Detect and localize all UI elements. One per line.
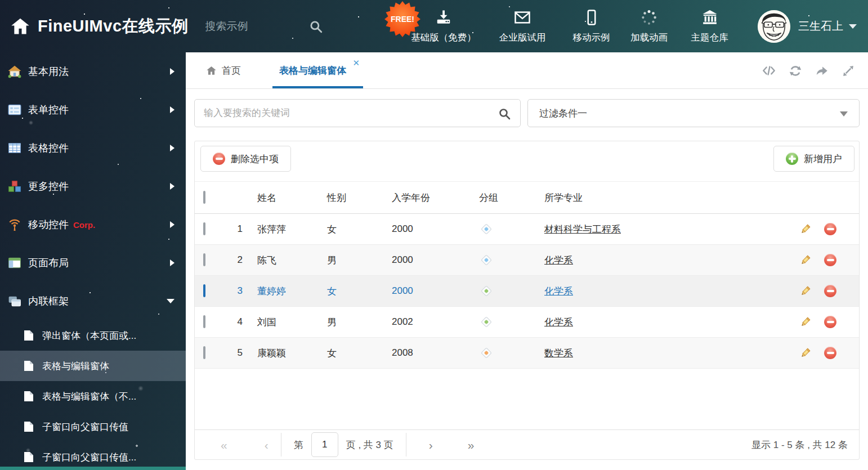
delete-row-icon[interactable] <box>824 316 836 328</box>
major-link[interactable]: 材料科学与工程系 <box>544 224 621 235</box>
table-row: 2 陈飞 男 2000 化学系 <box>195 245 859 276</box>
first-page-icon[interactable]: « <box>221 439 227 451</box>
table-row: 4 刘国 男 2002 化学系 <box>195 307 859 338</box>
signal-icon <box>8 218 21 231</box>
sidebar-subitem-grid-edit-window-2[interactable]: 表格与编辑窗体（不... <box>0 381 186 411</box>
tag-icon <box>481 347 492 359</box>
sidebar-item-mobile-controls[interactable]: 移动控件 Corp. <box>0 205 186 244</box>
frames-icon <box>8 294 21 308</box>
chevron-down-icon <box>167 299 175 303</box>
tag-icon <box>481 316 492 328</box>
table-row: 5 康颖颖 女 2008 数学系 <box>195 338 859 369</box>
sidebar-item-basic-usage[interactable]: 基本用法 <box>0 52 186 91</box>
sidebar-item-iframe[interactable]: 内联框架 <box>0 282 186 320</box>
chevron-right-icon <box>170 68 175 75</box>
column-header-year: 入学年份 <box>392 191 479 204</box>
delete-row-icon[interactable] <box>824 347 836 359</box>
tab-grid-edit-window[interactable]: 表格与编辑窗体 ✕ <box>272 52 363 88</box>
chevron-down-icon <box>840 111 848 117</box>
brand[interactable]: FineUIMvc在线示例 <box>10 15 189 38</box>
chevron-right-icon <box>170 106 175 113</box>
grid-panel: 删除选中项 新增用户 姓名 性别 入学年份 分组 所学专业 1 张萍萍 女 20… <box>194 141 860 460</box>
select-all-checkbox[interactable] <box>203 191 205 204</box>
tab-home[interactable]: 首页 <box>206 52 241 88</box>
user-menu[interactable]: 三生石上 <box>758 0 857 52</box>
edit-pencil-icon[interactable] <box>799 285 811 297</box>
next-page-icon[interactable]: › <box>429 439 433 451</box>
add-user-button[interactable]: 新增用户 <box>773 146 854 172</box>
nav-loading-animation[interactable]: 加载动画 <box>621 0 677 52</box>
page-number-input[interactable] <box>311 432 338 457</box>
nav-theme-repo[interactable]: 主题仓库 <box>677 0 742 52</box>
sidebar-subitem-popup-window[interactable]: 弹出窗体（本页面或... <box>0 320 186 351</box>
chevron-right-icon <box>170 221 175 228</box>
delete-row-icon[interactable] <box>824 285 836 297</box>
row-checkbox[interactable] <box>203 315 205 328</box>
layout-icon <box>8 256 21 270</box>
sidebar-subitem-child-to-parent[interactable]: 子窗口向父窗口传值 <box>0 411 186 442</box>
chevron-right-icon <box>170 259 175 266</box>
table-row-selected: 3 董婷婷 女 2000 化学系 <box>195 276 859 307</box>
filter-dropdown[interactable]: 过滤条件一 <box>527 99 860 127</box>
maximize-icon[interactable] <box>841 64 856 78</box>
column-header-major: 所学专业 <box>544 191 775 204</box>
row-checkbox[interactable] <box>203 222 205 235</box>
column-header-name: 姓名 <box>243 191 327 204</box>
page-icon <box>24 391 34 402</box>
spinner-icon <box>641 8 657 29</box>
edit-pencil-icon[interactable] <box>799 347 811 359</box>
chevron-right-icon <box>170 145 175 151</box>
keyword-search-input[interactable] <box>195 100 520 127</box>
delete-row-icon[interactable] <box>824 223 836 235</box>
minus-circle-icon <box>213 153 225 165</box>
page-icon <box>24 451 34 463</box>
major-link[interactable]: 数学系 <box>544 348 573 359</box>
sidebar-item-page-layout[interactable]: 页面布局 <box>0 244 186 282</box>
nav-mobile-demo[interactable]: 移动示例 <box>562 0 621 52</box>
row-checkbox[interactable] <box>203 346 205 359</box>
tab-bar: 首页 表格与编辑窗体 ✕ <box>186 52 868 89</box>
search-icon[interactable] <box>498 107 511 120</box>
app-header: FineUIMvc在线示例 FREE! 基础版（免费） 企业版试用 <box>0 0 868 52</box>
home-icon <box>206 65 217 76</box>
prev-page-icon[interactable]: ‹ <box>265 439 269 451</box>
sidebar-item-more-controls[interactable]: 更多控件 <box>0 167 186 205</box>
home-icon <box>10 16 30 37</box>
source-code-icon[interactable] <box>762 64 776 78</box>
refresh-icon[interactable] <box>788 64 803 78</box>
tag-icon <box>481 285 492 297</box>
page-icon <box>24 330 34 341</box>
tag-icon <box>481 223 492 235</box>
table-icon <box>8 141 21 155</box>
app-title: FineUIMvc在线示例 <box>38 15 189 38</box>
row-checkbox[interactable] <box>203 284 205 297</box>
nav-basic-edition[interactable]: 基础版（免费） <box>404 0 483 52</box>
major-link[interactable]: 化学系 <box>544 317 573 328</box>
open-new-window-icon[interactable] <box>815 64 829 78</box>
close-icon[interactable]: ✕ <box>352 58 360 68</box>
delete-selected-button[interactable]: 删除选中项 <box>200 146 291 172</box>
sidebar-subitem-child-to-parent-2[interactable]: 子窗口向父窗口传值... <box>0 442 186 470</box>
sidebar-subitem-grid-edit-window[interactable]: 表格与编辑窗体 <box>0 351 186 381</box>
chevron-right-icon <box>170 183 175 190</box>
sidebar-footer-strip <box>0 467 186 470</box>
header-search-input[interactable] <box>204 20 292 33</box>
major-link[interactable]: 化学系 <box>544 255 573 266</box>
tag-icon <box>481 254 492 266</box>
edit-pencil-icon[interactable] <box>799 254 811 266</box>
main-content: 首页 表格与编辑窗体 ✕ <box>186 52 868 470</box>
delete-row-icon[interactable] <box>824 254 836 266</box>
table-row: 1 张萍萍 女 2000 材料科学与工程系 <box>195 214 859 245</box>
header-nav: 基础版（免费） 企业版试用 移动示例 加载动画 <box>404 0 742 52</box>
search-icon[interactable] <box>308 19 323 34</box>
nav-enterprise-trial[interactable]: 企业版试用 <box>483 0 562 52</box>
sidebar-item-grid-controls[interactable]: 表格控件 <box>0 129 186 167</box>
last-page-icon[interactable]: » <box>468 439 475 451</box>
major-link[interactable]: 化学系 <box>544 286 573 297</box>
edit-pencil-icon[interactable] <box>799 223 811 235</box>
row-checkbox[interactable] <box>203 253 205 266</box>
edit-pencil-icon[interactable] <box>799 316 811 328</box>
mobile-icon <box>583 8 600 29</box>
sidebar-item-form-controls[interactable]: 表单控件 <box>0 91 186 129</box>
corp-badge: Corp. <box>73 220 95 230</box>
